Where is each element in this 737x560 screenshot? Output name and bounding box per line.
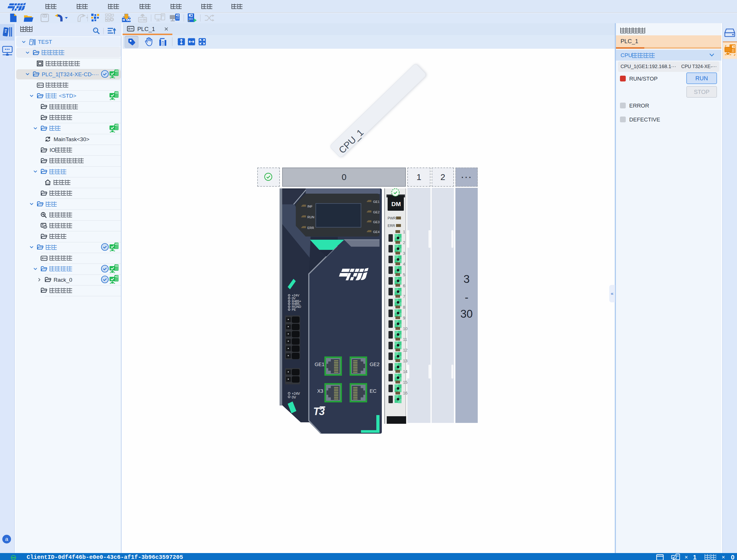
svg-text:DM: DM [391,201,401,207]
svg-text:GE1: GE1 [315,362,325,367]
svg-text:5: 5 [403,272,405,277]
svg-text:GE1: GE1 [373,200,379,203]
svg-text:RUN: RUN [308,215,314,219]
svg-text:10: 10 [403,326,407,331]
svg-text:0V: 0V [292,395,296,399]
svg-text:4: 4 [403,262,405,266]
svg-text:9: 9 [403,316,405,320]
svg-text:14: 14 [403,369,407,374]
svg-text:3: 3 [403,251,405,256]
svg-text:1: 1 [403,230,405,234]
svg-text:ERR: ERR [387,224,395,228]
svg-text:GE2: GE2 [369,362,379,367]
svg-text:GE3: GE3 [373,220,379,224]
svg-text:6: 6 [403,283,405,288]
svg-text:13: 13 [403,359,407,363]
svg-text:EC: EC [369,388,376,394]
svg-text:GE2: GE2 [373,210,379,214]
svg-text:15: 15 [403,380,407,385]
svg-text:PE: PE [292,308,296,311]
svg-text:INF: INF [308,205,313,208]
svg-text:11: 11 [403,337,407,342]
svg-text:X3: X3 [317,388,323,394]
svg-text:PWR: PWR [387,216,396,220]
svg-text:12: 12 [403,348,407,352]
svg-text:+24V: +24V [292,392,300,396]
svg-text:8: 8 [403,305,405,310]
svg-text:GE4: GE4 [373,230,379,234]
svg-text:16: 16 [403,391,407,395]
svg-text:ERR: ERR [308,226,314,230]
svg-text:7: 7 [403,294,405,299]
svg-text:2: 2 [403,240,405,245]
